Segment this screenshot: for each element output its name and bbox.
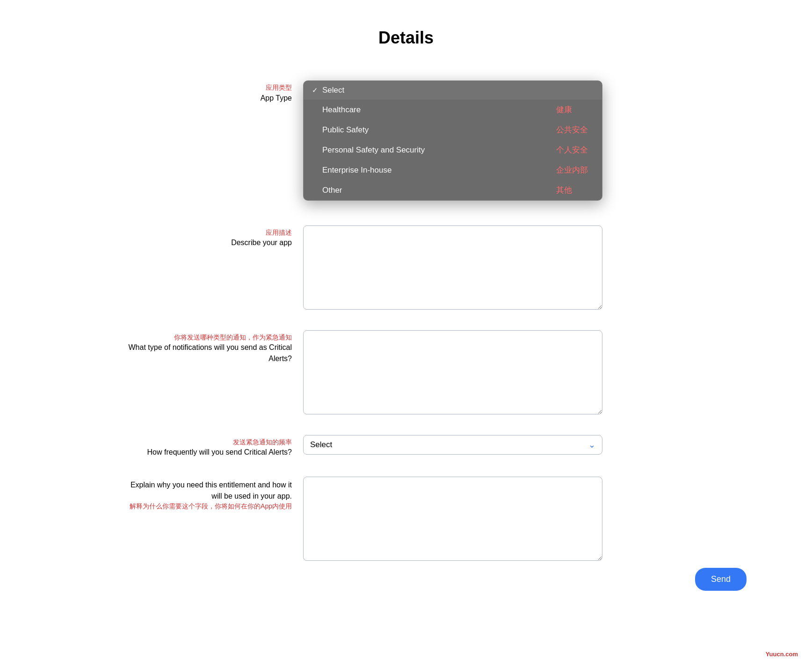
explain-label-col: Explain why you need this entitlement an…: [125, 477, 303, 511]
send-button[interactable]: Send: [695, 568, 747, 591]
describe-app-textarea[interactable]: [303, 225, 602, 310]
watermark: Yuucn.com: [766, 651, 798, 658]
explain-label-english: Explain why you need this entitlement an…: [125, 479, 292, 502]
frequency-chevron-icon: ⌄: [588, 440, 595, 450]
frequency-label-col: 发送紧急通知的频率 How frequently will you send C…: [125, 435, 303, 458]
notifications-label-english: What type of notifications will you send…: [125, 342, 292, 364]
dropdown-item-select[interactable]: ✓ Select: [304, 81, 602, 100]
describe-app-label-col: 应用描述 Describe your app: [125, 225, 303, 249]
describe-app-label-chinese: 应用描述: [125, 228, 292, 238]
explain-control: [303, 477, 687, 563]
notifications-label-col: 你将发送哪种类型的通知，作为紧急通知 What type of notifica…: [125, 330, 303, 365]
dropdown-item-personal-safety[interactable]: Personal Safety and Security 个人安全: [304, 140, 602, 160]
dropdown-item-enterprise[interactable]: Enterprise In-house 企业内部: [304, 160, 602, 180]
check-icon: ✓: [312, 86, 322, 94]
frequency-control: Select ⌄: [303, 435, 687, 455]
dropdown-item-healthcare-chinese: 健康: [556, 104, 594, 115]
describe-app-control: [303, 225, 687, 312]
dropdown-item-public-safety[interactable]: Public Safety 公共安全: [304, 120, 602, 140]
check-placeholder: [312, 106, 322, 114]
explain-textarea[interactable]: [303, 477, 602, 561]
dropdown-item-other-chinese: 其他: [556, 185, 594, 196]
dropdown-item-other-label: Other: [322, 186, 547, 195]
dropdown-item-healthcare[interactable]: Healthcare 健康: [304, 100, 602, 120]
dropdown-item-select-label: Select: [322, 86, 547, 95]
check-placeholder3: [312, 146, 322, 154]
dropdown-item-public-safety-label: Public Safety: [322, 125, 547, 135]
notifications-label-chinese: 你将发送哪种类型的通知，作为紧急通知: [125, 333, 292, 342]
page-title: Details: [9, 28, 803, 48]
describe-app-label-english: Describe your app: [125, 237, 292, 248]
notifications-control: [303, 330, 687, 416]
app-type-dropdown[interactable]: ✓ Select Healthcare 健康 Public Safety: [303, 80, 602, 201]
app-type-label-english: App Type: [125, 93, 292, 104]
dropdown-item-public-safety-chinese: 公共安全: [556, 124, 594, 135]
describe-app-row: 应用描述 Describe your app: [125, 216, 687, 321]
notifications-textarea[interactable]: [303, 330, 602, 414]
dropdown-item-healthcare-label: Healthcare: [322, 105, 547, 115]
form-area: 应用类型 App Type ✓ Select Healthcare: [125, 71, 687, 572]
frequency-label-chinese: 发送紧急通知的频率: [125, 438, 292, 447]
app-type-label-chinese: 应用类型: [125, 83, 292, 93]
app-type-label-col: 应用类型 App Type: [125, 80, 303, 104]
dropdown-item-enterprise-label: Enterprise In-house: [322, 166, 547, 175]
frequency-select-value: Select: [310, 440, 332, 450]
check-placeholder2: [312, 126, 322, 134]
frequency-select[interactable]: Select ⌄: [303, 435, 602, 455]
frequency-row: 发送紧急通知的频率 How frequently will you send C…: [125, 426, 687, 468]
notifications-row: 你将发送哪种类型的通知，作为紧急通知 What type of notifica…: [125, 321, 687, 426]
app-type-row: 应用类型 App Type ✓ Select Healthcare: [125, 71, 687, 113]
check-placeholder5: [312, 186, 322, 194]
dropdown-item-personal-safety-label: Personal Safety and Security: [322, 145, 547, 155]
frequency-label-english: How frequently will you send Critical Al…: [125, 447, 292, 458]
dropdown-item-personal-safety-chinese: 个人安全: [556, 145, 594, 155]
explain-label-chinese: 解释为什么你需要这个字段，你将如何在你的App内使用: [125, 502, 292, 511]
dropdown-item-other[interactable]: Other 其他: [304, 180, 602, 200]
check-placeholder4: [312, 166, 322, 174]
explain-row: Explain why you need this entitlement an…: [125, 467, 687, 572]
dropdown-item-enterprise-chinese: 企业内部: [556, 165, 594, 175]
